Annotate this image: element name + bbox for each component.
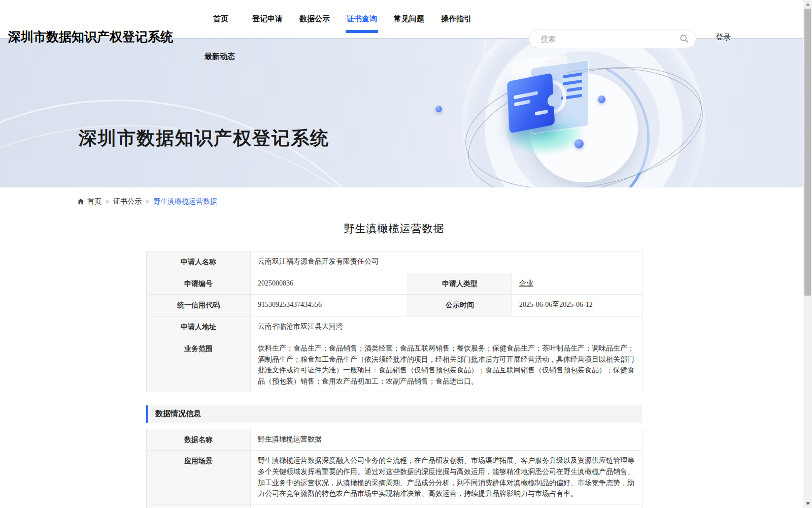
table-row: 数据名称 野生滇橄榄运营数据 [147,429,642,451]
scrollbar-up-arrow[interactable] [803,0,812,9]
certificate-card-icon [507,73,555,133]
main-content: 野生滇橄榄运营数据 申请人名称 云南双江福寿源食品开发有限责任公司 申请编号 2… [146,221,642,508]
applicant-address-label: 申请人地址 [147,316,251,338]
hero-title: 深圳市数据知识产权登记系统 [79,126,329,151]
breadcrumb: 首页 > 证书公示 > 野生滇橄榄运营数据 [77,197,217,206]
application-number-value: 2025000836 [251,273,408,295]
table-row: 应用场景 野生滇橄榄运营数据深度融入公司业务的全流程，在产品研发创新、市场渠道拓… [147,451,642,504]
credit-code-label: 统一信用代码 [147,295,251,316]
table-row: 统一信用代码 915309253437434556 公示时间 2025-06-0… [147,295,642,316]
applicant-name-value: 云南双江福寿源食品开发有限责任公司 [251,251,642,273]
breadcrumb-cert-publicity[interactable]: 证书公示 [113,197,142,206]
data-name-label: 数据名称 [147,429,251,451]
application-scenario-value: 野生滇橄榄运营数据深度融入公司业务的全流程，在产品研发创新、市场渠道拓展、客户服… [251,451,642,504]
nav-item-guide[interactable]: 操作指引 [441,14,471,24]
table-row: 数据简介 该数据集为云南双江福寿源食品开发有限责任公司的运营数据，涵盖统计日期、… [147,504,642,508]
illustration-sphere [598,96,605,103]
certificate-3d-illustration [442,39,726,187]
illustration-sphere [435,106,442,112]
scrollbar-thumb[interactable] [804,9,811,296]
applicant-address-value: 云南省临沧市双江县大河湾 [251,316,642,338]
publicity-period-value: 2025-06-06至2025-06-12 [512,295,642,316]
search-icon[interactable] [680,34,689,43]
hero-banner: 深圳市数据知识产权登记系统 [0,38,803,187]
credit-code-value: 915309253437434556 [251,295,408,316]
data-summary-value: 该数据集为云南双江福寿源食品开发有限责任公司的运营数据，涵盖统计日期、产品名称、… [251,504,642,508]
nav-item-data-publicity[interactable]: 数据公示 [299,14,330,24]
nav-item-certificate-query[interactable]: 证书查询 [347,14,377,24]
table-row: 申请人名称 云南双江福寿源食品开发有限责任公司 [147,251,642,273]
main-nav: 首页 登记申请 数据公示 证书查询 常见问题 操作指引 [213,14,471,24]
data-info-table: 数据名称 野生滇橄榄运营数据 应用场景 野生滇橄榄运营数据深度融入公司业务的全流… [146,429,642,508]
data-summary-label: 数据简介 [147,504,251,508]
scrollbar-down-arrow[interactable] [803,499,812,508]
applicant-info-table: 申请人名称 云南双江福寿源食品开发有限责任公司 申请编号 2025000836 … [146,251,642,392]
nav-item-faq[interactable]: 常见问题 [394,14,424,24]
search-input[interactable] [539,34,680,44]
nav-item-registration[interactable]: 登记申请 [252,14,283,24]
breadcrumb-separator: > [146,198,149,205]
applicant-type-link[interactable]: 企业 [519,279,533,287]
home-icon [77,198,84,205]
applicant-name-label: 申请人名称 [147,251,251,273]
breadcrumb-separator: > [106,198,109,205]
table-row: 业务范围 饮料生产；食品生产；食品销售；酒类经营；食品互联网销售；餐饮服务；保健… [147,338,642,392]
applicant-type-label: 申请人类型 [408,273,512,295]
nav-item-home[interactable]: 首页 [213,14,228,24]
breadcrumb-home[interactable]: 首页 [87,197,101,206]
applicant-type-cell: 企业 [512,273,642,295]
business-scope-value: 饮料生产；食品生产；食品销售；酒类经营；食品互联网销售；餐饮服务；保健食品生产；… [251,338,642,392]
application-scenario-label: 应用场景 [147,451,251,504]
publicity-period-label: 公示时间 [408,295,512,316]
table-row: 申请人地址 云南省临沧市双江县大河湾 [147,316,642,338]
illustration-sphere [574,139,584,148]
page-title: 野生滇橄榄运营数据 [146,221,642,236]
application-number-label: 申请编号 [147,273,251,295]
breadcrumb-current-page[interactable]: 野生滇橄榄运营数据 [153,197,217,206]
site-logo: 深圳市数据知识产权登记系统 [8,28,173,45]
data-name-value: 野生滇橄榄运营数据 [251,429,642,451]
business-scope-label: 业务范围 [147,338,251,392]
login-link[interactable]: 登录 [716,33,731,42]
search-box[interactable] [529,29,696,48]
section-header-data-info: 数据情况信息 [146,405,642,423]
section-title: 数据情况信息 [155,409,201,419]
scrollbar[interactable] [803,0,812,508]
nav-item-latest-news[interactable]: 最新动态 [205,52,235,61]
table-row: 申请编号 2025000836 申请人类型 企业 [147,273,642,295]
